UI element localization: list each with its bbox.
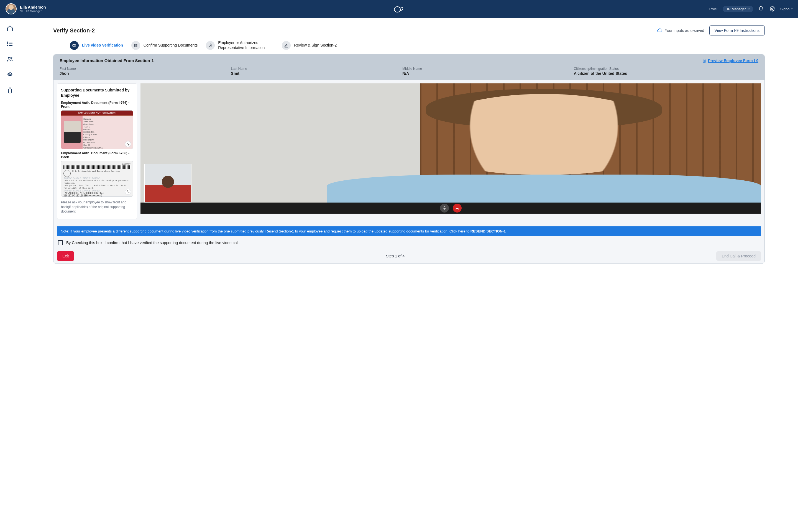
video-main [140,83,761,214]
user-subtitle: Sr. HR Manager [20,10,46,13]
doc-front-image[interactable]: EMPLOYMENT AUTHORIZATION Surname SPECIME… [61,110,133,149]
agency-text: U.S. Citizenship and Immigration Service… [72,170,120,172]
user-avatar[interactable] [5,3,17,14]
citizenship-label: Citizenship/Immigration Status [574,67,758,71]
expand-back-button[interactable] [125,189,131,195]
user-name: Ella Anderson [20,5,46,10]
chevron-down-icon [747,7,750,10]
confirm-text: By Checking this box, I confirm that I h… [66,241,240,245]
doc-back-title: Employment Auth. Document (Form I-766) -… [61,151,133,159]
confirm-checkbox[interactable] [58,240,63,245]
hangup-button[interactable] [453,204,462,212]
svg-point-0 [394,7,400,12]
step-employer-info[interactable]: Employer or Authorized Representative In… [206,40,273,50]
resend-note: Note: If your employee presents a differ… [57,226,761,236]
doc-front-header: EMPLOYMENT AUTHORIZATION [61,111,133,116]
cloud-icon [657,28,663,33]
exit-button[interactable]: Exit [57,251,74,261]
view-instructions-button[interactable]: View Form I-9 Instructions [709,25,765,36]
svg-point-3 [7,43,8,44]
step-confirm-docs[interactable]: Confirm Supporting Documents [131,40,197,50]
bell-icon[interactable] [758,6,764,12]
svg-point-9 [11,57,12,59]
side-rail [0,18,20,532]
main-content: Verify Section-2 Your inputs auto-saved … [20,18,798,532]
gear-icon[interactable] [769,6,775,12]
middle-name-value: N/A [402,71,572,76]
svg-point-14 [134,46,135,46]
expand-front-button[interactable] [125,141,131,147]
document-icon [702,58,706,63]
auto-saved-status: Your inputs auto-saved [657,28,704,33]
documents-panel: Supporting Documents Submitted by Employ… [57,83,137,219]
svg-point-18 [210,44,211,45]
video-icon [70,41,79,50]
pen-icon [282,41,291,50]
page-title: Verify Section-2 [53,27,95,34]
shield-user-icon [206,41,215,50]
doc-photo [64,121,81,143]
last-name-label: Last Name [231,67,400,71]
role-label: Role: [709,7,718,11]
preview-form-link[interactable]: Preview Employee Form I-9 [702,58,758,63]
resend-section-link[interactable]: RESEND SECTION-1 [471,229,506,233]
mrz-line-1: IAUSA0000007733SRC0000000773<< [63,192,131,194]
trash-icon[interactable] [7,87,13,94]
app-logo [394,5,404,13]
signout-link[interactable]: Signout [780,7,793,11]
employee-info-heading: Employee Information Obtained From Secti… [60,58,154,63]
employee-info-grid: First Name Jhon Last Name Smit Middle Na… [54,67,764,80]
doc-back-image[interactable]: 0000577 U.S. Citizenship and Immigration… [61,161,133,197]
verification-panel: Employee Information Obtained From Secti… [53,54,765,264]
people-icon[interactable] [7,56,13,63]
doc-front-details: Surname SPECIMEN Given Name TEST V USCIS… [83,118,115,149]
first-name-value: Jhon [60,71,229,76]
video-area [140,83,761,219]
svg-point-1 [772,8,773,10]
role-value: HR Manager [725,7,746,11]
svg-point-13 [134,45,135,46]
documents-heading: Supporting Documents Submitted by Employ… [61,88,133,98]
settings-icon[interactable] [7,72,13,78]
end-call-proceed-button[interactable]: End Call & Proceed [716,251,761,261]
seal-icon [63,170,71,177]
stepper: Live video Verification Confirm Supporti… [70,40,765,50]
user-block: Ella Anderson Sr. HR Manager [20,5,46,13]
svg-point-2 [7,42,8,42]
last-name-value: Smit [231,71,400,76]
middle-name-label: Middle Name [402,67,572,71]
video-self-preview[interactable] [144,164,191,203]
svg-point-4 [7,45,8,46]
home-icon[interactable] [7,25,13,32]
svg-rect-11 [73,44,75,46]
step-indicator: Step 1 of 4 [386,254,405,258]
mrz-line-2: 2001012M1105108ETH<<<<<<<<<<5 [63,194,131,197]
video-controls [140,203,761,214]
step-live-video[interactable]: Live video Verification [70,40,123,50]
citizenship-value: A citizen of the United States [574,71,758,76]
mute-button[interactable] [440,204,449,212]
svg-point-8 [8,57,10,59]
doc-note: Please ask your employee to show front a… [61,200,133,214]
checklist-icon [131,41,140,50]
svg-point-10 [9,74,11,76]
role-selector[interactable]: HR Manager [723,6,753,12]
doc-front-title: Employment Auth. Document (Form I-766) -… [61,101,133,109]
barcode [63,166,131,169]
svg-point-12 [134,44,135,44]
first-name-label: First Name [60,67,229,71]
list-icon[interactable] [7,40,13,47]
step-review-sign[interactable]: Review & Sign Section-2 [282,40,337,50]
top-bar: Ella Anderson Sr. HR Manager Role: HR Ma… [0,0,798,18]
svg-rect-22 [444,206,445,208]
